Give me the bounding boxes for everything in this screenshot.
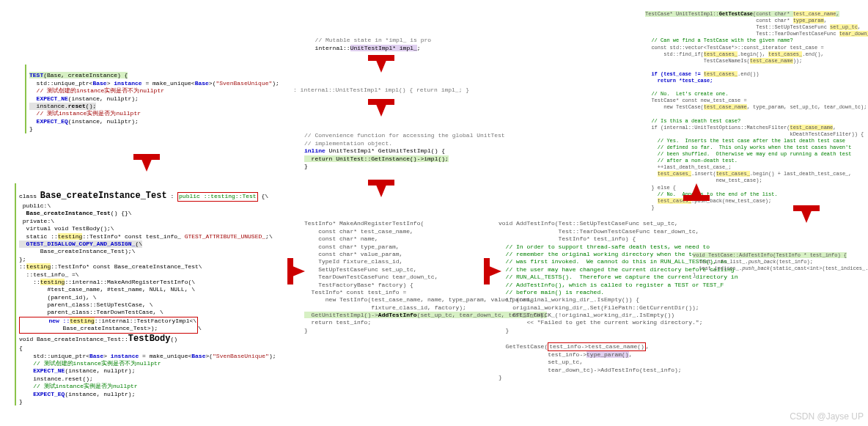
arrow-right-icon [287,264,305,279]
code-block-8: TestCase* UnitTestImpl::GetTestCase(cons… [645,4,868,211]
code-block-9: void TestCase::AddTestInfo(TestInfo * te… [693,246,868,279]
arrow-right-icon [484,264,501,279]
code-block-1: TEST(Base, createInstance) { std::unique… [25,65,279,133]
code-block-2: class Base_createInstance_Test : public … [15,183,276,405]
arrow-down-icon [139,154,154,172]
code-block-7: void AddTestInfo(Test::SetUpTestCaseFunc… [499,213,738,382]
arrow-down-icon [374,55,389,73]
code-block-5: // Convenience function for accessing th… [304,125,505,170]
arrow-down-icon [374,99,389,117]
code-block-3: // Mutable state in *impl_ is pro intern… [308,29,431,52]
code-block-4: : internal::UnitTestImpl* impl() { retur… [293,79,469,95]
watermark: CSDN @Jayse UP [790,411,864,423]
arrow-down-icon [799,205,814,223]
arrow-up-icon [689,183,704,201]
arrow-down-icon [374,180,389,197]
